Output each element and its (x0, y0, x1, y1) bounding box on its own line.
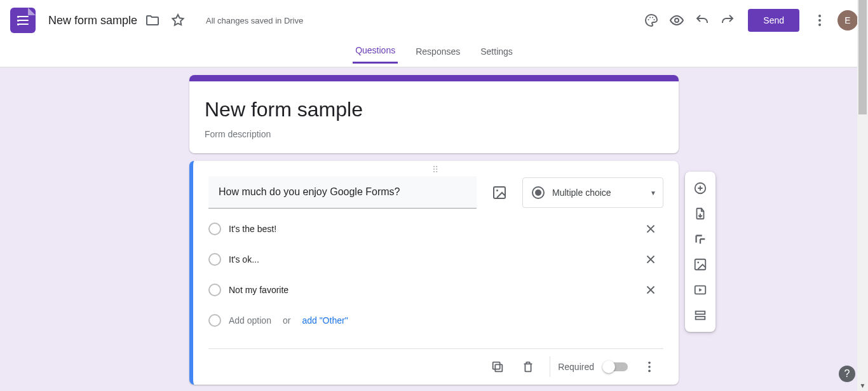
required-toggle[interactable] (604, 362, 628, 371)
import-icon (693, 207, 707, 221)
redo-button[interactable] (715, 8, 740, 33)
star-button[interactable] (165, 8, 191, 33)
star-icon (170, 13, 186, 28)
option-row: It's the best! (208, 214, 663, 244)
trash-icon (521, 360, 535, 374)
scrollbar[interactable]: ▲ ▼ (857, 0, 868, 391)
svg-point-5 (818, 15, 821, 17)
radio-icon (208, 284, 221, 296)
image-icon (693, 257, 707, 271)
add-other-button[interactable]: add "Other" (302, 315, 348, 326)
delete-question-button[interactable] (514, 353, 542, 381)
form-title-input[interactable]: New form sample (205, 95, 663, 124)
svg-point-6 (818, 19, 821, 22)
form-header-card[interactable]: New form sample Form description (189, 75, 679, 153)
app-header: New form sample All changes saved in Dri… (0, 0, 868, 41)
undo-icon (695, 13, 710, 28)
floating-toolbar (685, 172, 715, 332)
chevron-down-icon: ▼ (650, 189, 656, 196)
more-options-button[interactable] (807, 8, 832, 33)
svg-rect-11 (493, 362, 500, 369)
video-icon (693, 283, 707, 297)
svg-point-2 (652, 17, 653, 18)
add-section-button[interactable] (689, 304, 712, 327)
svg-point-12 (648, 362, 651, 364)
copy-icon (491, 360, 505, 374)
svg-point-7 (818, 24, 821, 26)
or-text: or (283, 315, 290, 326)
close-icon (644, 283, 658, 297)
account-avatar[interactable]: E (837, 10, 858, 31)
customize-theme-button[interactable] (639, 8, 664, 33)
svg-point-3 (654, 19, 655, 20)
plus-circle-icon (693, 181, 707, 195)
import-questions-button[interactable] (689, 202, 712, 225)
document-title-input[interactable]: New form sample (46, 13, 140, 29)
forms-logo[interactable] (10, 8, 36, 33)
form-canvas: New form sample Form description ⠿ Multi… (0, 67, 868, 391)
tab-questions[interactable]: Questions (353, 45, 398, 64)
multiple-choice-icon (532, 186, 545, 199)
add-image-button[interactable] (689, 253, 712, 276)
option-input[interactable]: It's the best! (229, 221, 630, 237)
radio-icon (208, 253, 221, 266)
duplicate-question-button[interactable] (484, 353, 512, 381)
question-more-options-button[interactable] (635, 353, 663, 381)
option-input[interactable]: It's ok... (229, 252, 630, 267)
close-icon (644, 252, 658, 266)
add-video-button[interactable] (689, 278, 712, 301)
svg-point-1 (649, 17, 651, 18)
add-option-button[interactable]: Add option (229, 313, 271, 328)
remove-option-button[interactable] (638, 277, 663, 303)
save-status-text: All changes saved in Drive (206, 16, 303, 25)
preview-button[interactable] (664, 8, 689, 33)
svg-point-13 (648, 366, 651, 368)
question-footer: Required (208, 349, 663, 385)
undo-button[interactable] (689, 8, 715, 33)
svg-point-0 (648, 19, 649, 20)
add-title-button[interactable] (689, 228, 712, 250)
svg-point-17 (697, 261, 699, 263)
svg-point-9 (496, 189, 498, 191)
svg-rect-20 (696, 317, 705, 320)
remove-option-button[interactable] (638, 247, 663, 272)
more-vert-icon (812, 13, 827, 28)
image-icon (492, 185, 507, 200)
close-icon (644, 222, 658, 236)
svg-point-4 (675, 18, 679, 22)
question-title-input[interactable] (208, 176, 477, 209)
option-input[interactable]: Not my favorite (229, 282, 630, 298)
svg-rect-10 (496, 364, 503, 371)
title-icon (693, 232, 707, 246)
move-to-folder-button[interactable] (140, 8, 165, 33)
redo-icon (720, 13, 735, 28)
palette-icon (644, 13, 659, 28)
help-button[interactable]: ? (839, 366, 855, 382)
form-tabs: Questions Responses Settings (0, 41, 868, 67)
eye-icon (669, 13, 684, 28)
send-button[interactable]: Send (748, 9, 799, 32)
tab-responses[interactable]: Responses (413, 46, 463, 63)
form-description-input[interactable]: Form description (205, 129, 663, 139)
add-option-row: Add option or add "Other" (208, 305, 663, 336)
required-label: Required (558, 362, 594, 372)
drag-handle-icon[interactable]: ⠿ (208, 161, 663, 176)
question-type-label: Multiple choice (552, 188, 642, 198)
section-icon (693, 308, 707, 322)
radio-icon (208, 223, 221, 235)
radio-icon (208, 314, 221, 327)
add-question-button[interactable] (689, 177, 712, 200)
tab-settings[interactable]: Settings (478, 46, 515, 63)
folder-icon (145, 13, 160, 28)
add-image-to-question-button[interactable] (487, 180, 512, 205)
remove-option-button[interactable] (638, 216, 663, 242)
svg-rect-8 (494, 187, 505, 198)
svg-point-14 (648, 370, 651, 373)
svg-rect-16 (695, 259, 706, 270)
option-row: Not my favorite (208, 275, 663, 305)
question-type-dropdown[interactable]: Multiple choice ▼ (522, 177, 663, 208)
question-card[interactable]: ⠿ Multiple choice ▼ It's the best! (189, 161, 679, 385)
option-row: It's ok... (208, 244, 663, 275)
svg-rect-19 (696, 312, 705, 315)
more-vert-icon (642, 360, 656, 374)
